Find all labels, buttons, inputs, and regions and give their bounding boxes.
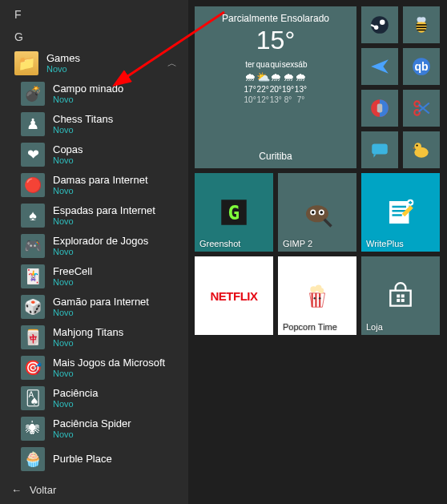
svg-rect-31 [397, 299, 400, 302]
small-tile-group-1: qb [361, 6, 440, 85]
forecast-day: sáb🌧13°7° [294, 60, 307, 104]
letter-header-f[interactable]: F [0, 3, 188, 26]
tiles-area[interactable]: Parcialmente Ensolarado 15° ter🌧17°10°qu… [188, 0, 447, 504]
svg-point-28 [319, 297, 321, 300]
duck-icon [411, 139, 432, 160]
app-item[interactable]: 🔴Damas para InternetNovo [0, 170, 188, 200]
app-item[interactable]: 🕷Paciência SpiderNovo [0, 413, 188, 444]
app-sub: Novo [53, 338, 123, 349]
app-item[interactable]: 🃏FreeCellNovo [0, 261, 188, 292]
app-icon: 🧁 [21, 447, 45, 471]
steam-icon [369, 14, 390, 35]
gimp-icon [300, 196, 334, 229]
folder-sub: Novo [46, 64, 80, 75]
app-icon: 🕷 [21, 417, 45, 441]
weather-icon: 🌧 [295, 71, 306, 83]
app-icon: 🎮 [21, 234, 45, 258]
apps-list[interactable]: F G 📁 Games Novo ︿ 💣Campo minadoNovo♟Che… [0, 0, 188, 504]
day-low: 10° [244, 95, 256, 104]
qbittorrent-icon: qb [411, 56, 432, 77]
folder-icon: 📁 [14, 51, 38, 75]
app-icon: 🔴 [21, 173, 45, 197]
tile-ccleaner[interactable] [361, 90, 398, 127]
app-item[interactable]: ❤CopasNovo [0, 139, 188, 170]
svg-point-27 [314, 297, 316, 300]
svg-point-0 [371, 16, 389, 34]
tile-raidcall[interactable] [403, 6, 440, 43]
app-icon: ♟ [21, 112, 45, 136]
app-item[interactable]: 🂡PaciênciaNovo [0, 383, 188, 413]
app-sub: Novo [53, 186, 148, 196]
app-name: Campo minado [53, 83, 123, 95]
scissors-icon [411, 98, 432, 119]
weather-icon: 🌧 [270, 71, 281, 83]
app-sub: Novo [53, 247, 148, 257]
app-sub: Novo [53, 95, 123, 105]
app-icon: 🀄 [21, 325, 45, 349]
app-item[interactable]: 🎯Mais Jogos da MicrosoftNovo [0, 353, 188, 383]
app-sub: Novo [53, 429, 131, 440]
netflix-logo: NETFLIX [211, 289, 258, 303]
app-name: Copas [53, 143, 83, 156]
app-sub: Novo [53, 399, 98, 409]
svg-point-20 [312, 211, 315, 214]
tile-store[interactable]: Loja [361, 256, 440, 335]
tile-greenshot[interactable]: G Greenshot [195, 173, 273, 252]
tile-writeplus[interactable]: WritePlus [361, 173, 440, 252]
app-item[interactable]: 🎲Gamão para InternetNovo [0, 292, 188, 322]
ccleaner-icon [369, 98, 390, 119]
bee-icon [411, 14, 432, 35]
svg-rect-32 [401, 299, 405, 302]
app-item[interactable]: 🧁Purble Place [0, 444, 188, 474]
popcorn-icon [302, 280, 332, 311]
tile-plane[interactable] [361, 48, 398, 85]
app-name: Explorador de Jogos [53, 235, 148, 248]
tile-qbittorrent[interactable]: qb [403, 48, 440, 85]
forecast-day: ter🌧17°10° [244, 60, 256, 104]
app-sub: Novo [53, 125, 113, 135]
day-high: 20° [270, 85, 282, 94]
tile-netflix[interactable]: NETFLIX [195, 256, 273, 335]
svg-point-14 [417, 145, 418, 147]
app-item[interactable]: 🀄Mahjong TitansNovo [0, 322, 188, 353]
folder-games[interactable]: 📁 Games Novo ︿ [0, 48, 188, 79]
app-item[interactable]: ♟Chess TitansNovo [0, 109, 188, 139]
app-icon: 🎲 [21, 295, 45, 319]
tile-duck[interactable] [403, 131, 440, 168]
forecast-row: ter🌧17°10°qua⛅22°12°qui🌧20°13°sex🌧19°8°s… [244, 60, 308, 104]
day-low: 8° [284, 95, 292, 104]
day-high: 13° [295, 85, 307, 94]
app-sub: Novo [53, 308, 149, 318]
day-high: 19° [282, 85, 294, 94]
svg-point-21 [320, 211, 324, 214]
back-button[interactable]: ← Voltar [0, 476, 188, 504]
svg-rect-8 [377, 104, 383, 113]
small-tile-group-2 [361, 90, 440, 168]
back-arrow-icon: ← [11, 484, 22, 496]
svg-text:qb: qb [414, 60, 429, 73]
app-icon: 🎯 [21, 356, 45, 380]
day-high: 22° [257, 85, 269, 94]
letter-header-g[interactable]: G [0, 26, 188, 48]
tile-gimp[interactable]: GIMP 2 [278, 173, 356, 252]
weather-tile[interactable]: Parcialmente Ensolarado 15° ter🌧17°10°qu… [195, 6, 356, 168]
app-item[interactable]: 💣Campo minadoNovo [0, 79, 188, 109]
tile-snipping[interactable] [403, 90, 440, 127]
tile-chat[interactable] [361, 131, 398, 168]
app-sub: Novo [53, 369, 165, 379]
app-name: Damas para Internet [53, 174, 148, 187]
svg-point-1 [380, 20, 385, 26]
app-name: Espadas para Internet [53, 204, 155, 217]
app-name: Paciência [53, 387, 98, 400]
tile-popcorn[interactable]: Popcorn Time [278, 256, 356, 335]
app-item[interactable]: ♠Espadas para InternetNovo [0, 200, 188, 231]
store-icon [385, 280, 416, 311]
tile-label: Popcorn Time [283, 322, 337, 332]
weather-city: Curitiba [259, 151, 292, 162]
day-low: 12° [257, 95, 269, 104]
app-sub: Novo [53, 155, 83, 166]
app-item[interactable]: 🎮Explorador de JogosNovo [0, 231, 188, 261]
app-sub: Novo [53, 277, 92, 288]
chat-icon [369, 139, 390, 160]
tile-steam[interactable] [361, 6, 398, 43]
